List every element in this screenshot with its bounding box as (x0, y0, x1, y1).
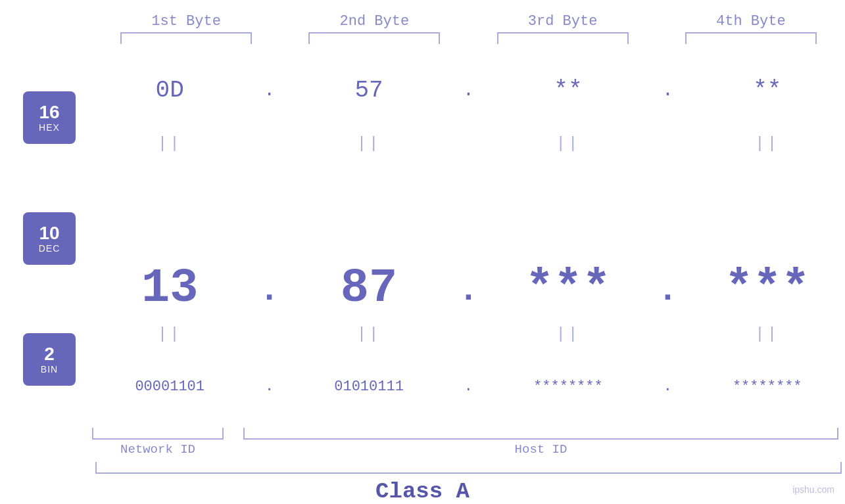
eq-1-b3: || (502, 135, 634, 152)
hex-b2: 57 (303, 77, 435, 104)
badge-dec-label: DEC (39, 243, 60, 254)
bin-b3: ******** (502, 378, 634, 395)
dec-b3: *** (502, 262, 634, 315)
badge-hex: 16 HEX (23, 91, 76, 144)
eq-2-b3: || (502, 325, 634, 343)
network-id-label: Network ID (92, 442, 224, 457)
bracket-b4 (685, 32, 817, 44)
badge-bin-label: BIN (41, 364, 58, 375)
bytes-area: 0D . 57 . ** . ** || || || || 13 (92, 51, 845, 426)
main-content: 16 HEX 10 DEC 2 BIN 0D . 57 . ** . ** (0, 51, 845, 426)
bin-b1: 00001101 (104, 378, 235, 395)
dot-bin-3: . (658, 378, 677, 395)
byte4-header: 4th Byte (672, 13, 830, 30)
bottom-brackets-row (0, 428, 845, 440)
bin-b2: 01010111 (303, 378, 435, 395)
byte2-header: 2nd Byte (295, 13, 453, 30)
badge-hex-number: 16 (39, 103, 59, 123)
hex-b1: 0D (104, 77, 235, 104)
byte3-header: 3rd Byte (484, 13, 642, 30)
dec-b1: 13 (104, 262, 235, 315)
dot-dec-1: . (260, 271, 279, 315)
dot-bin-1: . (260, 378, 279, 395)
large-bottom-bracket (95, 462, 842, 474)
dot-hex-2: . (458, 80, 478, 101)
badges-col: 16 HEX 10 DEC 2 BIN (7, 51, 92, 426)
bracket-b1 (120, 32, 252, 44)
id-labels-row: Network ID Host ID (0, 442, 845, 457)
hex-b4: ** (702, 77, 833, 104)
dec-row: 13 . 87 . *** . *** (92, 156, 845, 321)
eq-1-b1: || (104, 135, 235, 152)
badge-bin: 2 BIN (23, 333, 76, 386)
badge-bin-number: 2 (44, 344, 55, 365)
bin-row: 00001101 . 01010111 . ******** . *******… (92, 347, 845, 426)
dec-b2: 87 (303, 262, 435, 315)
eq-2-b1: || (104, 325, 235, 343)
page: 1st Byte 2nd Byte 3rd Byte 4th Byte 16 H… (0, 0, 845, 504)
dot-dec-2: . (458, 271, 478, 315)
eq-2-b4: || (702, 325, 833, 343)
bracket-host-id (243, 428, 838, 440)
dot-hex-1: . (260, 80, 279, 101)
hex-b3: ** (502, 77, 634, 104)
watermark: ipshu.com (792, 484, 834, 495)
badge-dec: 10 DEC (23, 212, 76, 265)
hex-row: 0D . 57 . ** . ** (92, 51, 845, 130)
eq-1-b4: || (702, 135, 833, 152)
bin-b4: ******** (702, 378, 833, 395)
dot-dec-3: . (658, 271, 677, 315)
eq-row-2: || || || || (92, 321, 845, 347)
badge-dec-number: 10 (39, 223, 59, 244)
byte-headers: 1st Byte 2nd Byte 3rd Byte 4th Byte (0, 0, 845, 30)
badge-hex-label: HEX (39, 122, 60, 133)
dec-b4: *** (702, 262, 833, 315)
top-brackets (0, 32, 845, 44)
eq-2-b2: || (303, 325, 435, 343)
byte1-header: 1st Byte (107, 13, 265, 30)
class-label: Class A (0, 479, 845, 504)
bracket-b3 (497, 32, 629, 44)
host-id-label: Host ID (243, 442, 838, 457)
dot-bin-2: . (458, 378, 478, 395)
bracket-b2 (308, 32, 440, 44)
eq-row-1: || || || || (92, 130, 845, 156)
bracket-network-id (92, 428, 224, 440)
dot-hex-3: . (658, 80, 677, 101)
eq-1-b2: || (303, 135, 435, 152)
